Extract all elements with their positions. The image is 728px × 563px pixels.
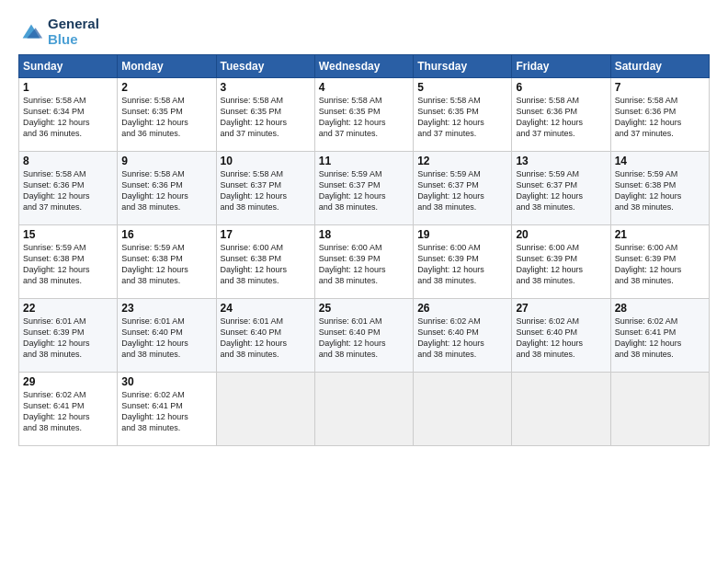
col-header-thursday: Thursday — [414, 55, 512, 78]
day-number: 23 — [121, 302, 211, 315]
calendar-cell: 26Sunrise: 6:02 AMSunset: 6:40 PMDayligh… — [414, 299, 512, 373]
day-number: 4 — [319, 81, 409, 94]
calendar-cell: 19Sunrise: 6:00 AMSunset: 6:39 PMDayligh… — [414, 225, 512, 299]
cell-info: Sunrise: 5:59 AMSunset: 6:38 PMDaylight:… — [23, 242, 113, 287]
cell-info: Sunrise: 5:58 AMSunset: 6:36 PMDaylight:… — [516, 95, 606, 140]
calendar-cell: 16Sunrise: 5:59 AMSunset: 6:38 PMDayligh… — [118, 225, 216, 299]
cell-info: Sunrise: 6:00 AMSunset: 6:39 PMDaylight:… — [615, 242, 705, 287]
cell-info: Sunrise: 6:00 AMSunset: 6:39 PMDaylight:… — [417, 242, 507, 287]
calendar-cell: 10Sunrise: 5:58 AMSunset: 6:37 PMDayligh… — [216, 152, 314, 225]
cell-info: Sunrise: 6:01 AMSunset: 6:40 PMDaylight:… — [319, 316, 409, 361]
day-number: 20 — [516, 228, 606, 241]
day-number: 24 — [221, 302, 311, 315]
calendar-cell: 1Sunrise: 5:58 AMSunset: 6:34 PMDaylight… — [19, 78, 118, 152]
calendar-cell: 8Sunrise: 5:58 AMSunset: 6:36 PMDaylight… — [19, 152, 118, 225]
calendar-cell — [216, 373, 314, 446]
day-number: 17 — [221, 228, 311, 241]
day-number: 14 — [615, 155, 705, 167]
calendar-cell: 23Sunrise: 6:01 AMSunset: 6:40 PMDayligh… — [118, 299, 216, 373]
calendar-cell: 7Sunrise: 5:58 AMSunset: 6:36 PMDaylight… — [610, 78, 709, 152]
logo-icon — [18, 19, 44, 45]
day-number: 8 — [23, 155, 113, 167]
calendar-cell: 6Sunrise: 5:58 AMSunset: 6:36 PMDaylight… — [512, 78, 610, 152]
cell-info: Sunrise: 6:02 AMSunset: 6:40 PMDaylight:… — [516, 316, 606, 361]
col-header-sunday: Sunday — [19, 55, 118, 78]
page: General Blue SundayMondayTuesdayWednesda… — [0, 0, 728, 563]
cell-info: Sunrise: 5:59 AMSunset: 6:37 PMDaylight:… — [417, 168, 507, 213]
cell-info: Sunrise: 6:02 AMSunset: 6:41 PMDaylight:… — [121, 389, 211, 434]
day-number: 16 — [121, 228, 211, 241]
col-header-wednesday: Wednesday — [314, 55, 413, 78]
calendar-cell: 17Sunrise: 6:00 AMSunset: 6:38 PMDayligh… — [216, 225, 314, 299]
cell-info: Sunrise: 5:58 AMSunset: 6:35 PMDaylight:… — [319, 95, 409, 140]
cell-info: Sunrise: 5:58 AMSunset: 6:35 PMDaylight:… — [221, 95, 311, 140]
calendar-cell: 12Sunrise: 5:59 AMSunset: 6:37 PMDayligh… — [414, 152, 512, 225]
col-header-friday: Friday — [512, 55, 610, 78]
cell-info: Sunrise: 6:02 AMSunset: 6:41 PMDaylight:… — [615, 316, 705, 361]
cell-info: Sunrise: 5:58 AMSunset: 6:34 PMDaylight:… — [23, 95, 113, 140]
cell-info: Sunrise: 5:59 AMSunset: 6:37 PMDaylight:… — [516, 168, 606, 213]
cell-info: Sunrise: 5:59 AMSunset: 6:37 PMDaylight:… — [319, 168, 409, 213]
calendar-cell — [414, 373, 512, 446]
calendar-cell — [314, 373, 413, 446]
calendar-cell: 20Sunrise: 6:00 AMSunset: 6:39 PMDayligh… — [512, 225, 610, 299]
calendar-cell — [610, 373, 709, 446]
day-number: 30 — [121, 375, 211, 388]
col-header-saturday: Saturday — [610, 55, 709, 78]
calendar-cell: 2Sunrise: 5:58 AMSunset: 6:35 PMDaylight… — [118, 78, 216, 152]
cell-info: Sunrise: 5:58 AMSunset: 6:35 PMDaylight:… — [121, 95, 211, 140]
day-number: 2 — [121, 81, 211, 94]
day-number: 13 — [516, 155, 606, 167]
cell-info: Sunrise: 5:59 AMSunset: 6:38 PMDaylight:… — [121, 242, 211, 287]
calendar-cell: 15Sunrise: 5:59 AMSunset: 6:38 PMDayligh… — [19, 225, 118, 299]
calendar-cell: 3Sunrise: 5:58 AMSunset: 6:35 PMDaylight… — [216, 78, 314, 152]
cell-info: Sunrise: 5:58 AMSunset: 6:36 PMDaylight:… — [23, 168, 113, 213]
calendar-cell: 4Sunrise: 5:58 AMSunset: 6:35 PMDaylight… — [314, 78, 413, 152]
cell-info: Sunrise: 5:59 AMSunset: 6:38 PMDaylight:… — [615, 168, 705, 213]
cell-info: Sunrise: 6:00 AMSunset: 6:39 PMDaylight:… — [319, 242, 409, 287]
cell-info: Sunrise: 6:01 AMSunset: 6:39 PMDaylight:… — [23, 316, 113, 361]
cell-info: Sunrise: 6:01 AMSunset: 6:40 PMDaylight:… — [121, 316, 211, 361]
day-number: 27 — [516, 302, 606, 315]
day-number: 6 — [516, 81, 606, 94]
day-number: 21 — [615, 228, 705, 241]
calendar-table: SundayMondayTuesdayWednesdayThursdayFrid… — [18, 54, 710, 446]
cell-info: Sunrise: 6:02 AMSunset: 6:41 PMDaylight:… — [23, 389, 113, 434]
day-number: 26 — [417, 302, 507, 315]
col-header-monday: Monday — [118, 55, 216, 78]
cell-info: Sunrise: 5:58 AMSunset: 6:35 PMDaylight:… — [417, 95, 507, 140]
day-number: 7 — [615, 81, 705, 94]
calendar-cell: 5Sunrise: 5:58 AMSunset: 6:35 PMDaylight… — [414, 78, 512, 152]
calendar-cell: 29Sunrise: 6:02 AMSunset: 6:41 PMDayligh… — [19, 373, 118, 446]
day-number: 9 — [121, 155, 211, 167]
cell-info: Sunrise: 6:00 AMSunset: 6:38 PMDaylight:… — [221, 242, 311, 287]
calendar-cell: 24Sunrise: 6:01 AMSunset: 6:40 PMDayligh… — [216, 299, 314, 373]
day-number: 15 — [23, 228, 113, 241]
day-number: 10 — [221, 155, 311, 167]
calendar-cell: 13Sunrise: 5:59 AMSunset: 6:37 PMDayligh… — [512, 152, 610, 225]
cell-info: Sunrise: 6:00 AMSunset: 6:39 PMDaylight:… — [516, 242, 606, 287]
calendar-cell: 11Sunrise: 5:59 AMSunset: 6:37 PMDayligh… — [314, 152, 413, 225]
cell-info: Sunrise: 6:02 AMSunset: 6:40 PMDaylight:… — [417, 316, 507, 361]
day-number: 28 — [615, 302, 705, 315]
logo: General Blue — [18, 17, 99, 47]
day-number: 18 — [319, 228, 409, 241]
day-number: 12 — [417, 155, 507, 167]
header: General Blue — [18, 17, 710, 47]
calendar-cell: 28Sunrise: 6:02 AMSunset: 6:41 PMDayligh… — [610, 299, 709, 373]
cell-info: Sunrise: 5:58 AMSunset: 6:36 PMDaylight:… — [121, 168, 211, 213]
cell-info: Sunrise: 6:01 AMSunset: 6:40 PMDaylight:… — [221, 316, 311, 361]
day-number: 1 — [23, 81, 113, 94]
calendar-cell: 30Sunrise: 6:02 AMSunset: 6:41 PMDayligh… — [118, 373, 216, 446]
col-header-tuesday: Tuesday — [216, 55, 314, 78]
calendar-cell: 9Sunrise: 5:58 AMSunset: 6:36 PMDaylight… — [118, 152, 216, 225]
calendar-cell: 22Sunrise: 6:01 AMSunset: 6:39 PMDayligh… — [19, 299, 118, 373]
day-number: 11 — [319, 155, 409, 167]
logo-text: General Blue — [48, 17, 99, 47]
day-number: 3 — [221, 81, 311, 94]
cell-info: Sunrise: 5:58 AMSunset: 6:37 PMDaylight:… — [221, 168, 311, 213]
calendar-cell: 27Sunrise: 6:02 AMSunset: 6:40 PMDayligh… — [512, 299, 610, 373]
cell-info: Sunrise: 5:58 AMSunset: 6:36 PMDaylight:… — [615, 95, 705, 140]
day-number: 22 — [23, 302, 113, 315]
day-number: 29 — [23, 375, 113, 388]
